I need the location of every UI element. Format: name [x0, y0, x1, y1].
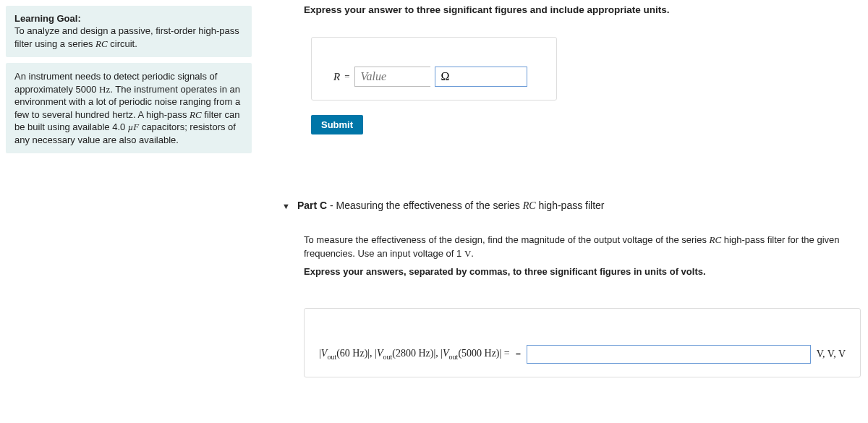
main-content: Express your answer to three significant…	[260, 0, 868, 385]
part-c-sep: -	[327, 200, 336, 211]
learning-goal-box: Learning Goal: To analyze and design a p…	[6, 6, 252, 57]
variable-label-r: R	[333, 71, 340, 83]
sidebar: Learning Goal: To analyze and design a p…	[0, 0, 260, 385]
part-c-rc: RC	[523, 200, 536, 211]
problem-uf: µF	[128, 121, 139, 132]
problem-rc: RC	[190, 109, 202, 120]
lg-text-post: circuit.	[108, 38, 137, 49]
pc-body-v: V	[464, 248, 471, 259]
unit-text-vvv: V, V, V	[817, 349, 846, 360]
pc-body-rc: RC	[710, 234, 722, 245]
learning-goal-title: Learning Goal:	[14, 13, 243, 24]
vout-label: |Vout(60 Hz)|, |Vout(2800 Hz)|, |Vout(50…	[319, 348, 510, 361]
part-c-header[interactable]: ▼ Part C - Measuring the effectiveness o…	[282, 200, 861, 212]
equals-sign-2: =	[516, 349, 521, 360]
part-c-body: To measure the effectiveness of the desi…	[304, 234, 861, 261]
lg-rc: RC	[95, 38, 108, 49]
answer-box-part-b: R =	[311, 37, 557, 101]
chevron-down-icon: ▼	[282, 202, 290, 210]
pc-body1c: .	[471, 248, 474, 259]
part-c-title-rest1: Measuring the effectiveness of the serie…	[336, 200, 523, 211]
value-input[interactable]	[354, 67, 430, 87]
part-c-instruction: Express your answers, separated by comma…	[304, 265, 861, 279]
vout-input[interactable]	[527, 345, 811, 364]
part-b-instruction: Express your answer to three significant…	[304, 4, 861, 15]
answer-box-part-c: |Vout(60 Hz)|, |Vout(2800 Hz)|, |Vout(50…	[304, 308, 861, 377]
answer-c-row: |Vout(60 Hz)|, |Vout(2800 Hz)|, |Vout(50…	[319, 345, 846, 364]
part-c-title-bold: Part C	[297, 200, 327, 211]
part-c-section: ▼ Part C - Measuring the effectiveness o…	[304, 200, 861, 377]
part-c-title: Part C - Measuring the effectiveness of …	[297, 200, 605, 212]
equals-sign: =	[344, 71, 349, 82]
pc-body1a: To measure the effectiveness of the desi…	[304, 234, 710, 245]
submit-button[interactable]: Submit	[311, 115, 363, 134]
part-c-title-rest2: high-pass filter	[536, 200, 605, 211]
problem-hz: Hz	[99, 84, 110, 95]
unit-input[interactable]	[435, 67, 527, 87]
learning-goal-text: To analyze and design a passive, first-o…	[14, 25, 243, 50]
answer-row: R =	[333, 67, 535, 87]
problem-box: An instrument needs to detect periodic s…	[6, 63, 252, 153]
